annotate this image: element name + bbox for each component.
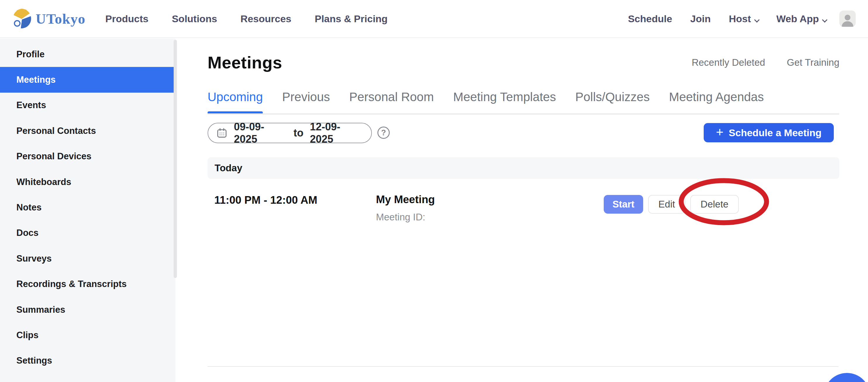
delete-button[interactable]: Delete <box>690 195 739 214</box>
nav-item-products[interactable]: Products <box>105 13 148 25</box>
meeting-id-label: Meeting ID: <box>376 212 425 223</box>
page-title: Meetings <box>208 53 282 72</box>
meeting-time: 11:00 PM - 12:00 AM <box>214 194 317 206</box>
title-row: Meetings Recently Deleted Get Training <box>208 53 839 72</box>
tab-polls-quizzes[interactable]: Polls/Quizzes <box>576 90 650 104</box>
sidebar-item-clips[interactable]: Clips <box>0 322 176 348</box>
date-range-separator: to <box>293 127 304 139</box>
nav-item-host[interactable]: Host <box>729 13 758 25</box>
plus-icon: + <box>716 126 723 138</box>
today-section-header: Today <box>208 157 839 179</box>
date-range-end: 12-09-2025 <box>310 121 363 145</box>
get-training-link[interactable]: Get Training <box>787 57 839 68</box>
person-icon <box>839 12 856 27</box>
title-links: Recently Deleted Get Training <box>692 57 839 68</box>
secondary-nav: Schedule Join Host Web App <box>628 13 826 25</box>
date-range-picker[interactable]: 09-09-2025 to 12-09-2025 <box>208 123 372 143</box>
user-avatar[interactable] <box>839 10 856 27</box>
sidebar-item-events[interactable]: Events <box>0 93 176 118</box>
nav-item-solutions[interactable]: Solutions <box>172 13 217 25</box>
sidebar-item-summaries[interactable]: Summaries <box>0 297 176 322</box>
sidebar-item-settings[interactable]: Settings <box>0 348 176 374</box>
tab-previous[interactable]: Previous <box>282 90 330 104</box>
top-header: UTokyo Products Solutions Resources Plan… <box>0 0 868 38</box>
meeting-title[interactable]: My Meeting <box>376 193 435 206</box>
recently-deleted-link[interactable]: Recently Deleted <box>692 57 765 68</box>
ginkgo-leaf-icon <box>11 8 32 30</box>
sidebar-item-notes[interactable]: Notes <box>0 195 176 220</box>
sidebar-item-personal-devices[interactable]: Personal Devices <box>0 144 176 169</box>
nav-item-schedule[interactable]: Schedule <box>628 13 672 25</box>
date-range-start: 09-09-2025 <box>234 121 287 145</box>
page: UTokyo Products Solutions Resources Plan… <box>0 0 868 382</box>
schedule-a-meeting-button[interactable]: + Schedule a Meeting <box>704 123 834 142</box>
edit-button[interactable]: Edit <box>648 195 685 214</box>
sidebar-item-recordings-transcripts[interactable]: Recordings & Transcripts <box>0 272 176 297</box>
nav-item-plans-pricing[interactable]: Plans & Pricing <box>315 13 388 25</box>
nav-item-resources[interactable]: Resources <box>241 13 291 25</box>
sidebar-scrollbar[interactable] <box>174 40 177 278</box>
primary-nav: Products Solutions Resources Plans & Pri… <box>105 13 388 25</box>
nav-item-join[interactable]: Join <box>690 13 711 25</box>
sidebar-item-personal-contacts[interactable]: Personal Contacts <box>0 118 176 144</box>
sidebar-item-profile[interactable]: Profile <box>0 41 176 67</box>
meeting-actions: Start Edit Delete <box>604 195 739 214</box>
meetings-tabs: Upcoming Previous Personal Room Meeting … <box>208 90 764 104</box>
start-button[interactable]: Start <box>604 195 643 214</box>
logo-text: UTokyo <box>36 10 85 27</box>
sidebar-item-whiteboards[interactable]: Whiteboards <box>0 169 176 195</box>
help-icon[interactable]: ? <box>377 127 390 139</box>
meeting-list-item: 11:00 PM - 12:00 AM My Meeting Meeting I… <box>208 191 839 228</box>
tab-divider <box>208 114 839 115</box>
main-content: Meetings Recently Deleted Get Training U… <box>176 39 868 382</box>
sidebar-item-docs[interactable]: Docs <box>0 220 176 246</box>
sidebar: Profile Meetings Events Personal Contact… <box>0 39 176 382</box>
sidebar-item-surveys[interactable]: Surveys <box>0 246 176 271</box>
nav-item-web-app[interactable]: Web App <box>776 13 826 25</box>
sidebar-item-meetings[interactable]: Meetings <box>0 67 176 92</box>
utokyo-logo[interactable]: UTokyo <box>11 8 85 30</box>
tab-meeting-templates[interactable]: Meeting Templates <box>453 90 556 104</box>
calendar-icon <box>216 127 227 138</box>
section-divider <box>208 366 838 367</box>
tab-personal-room[interactable]: Personal Room <box>349 90 434 104</box>
tab-upcoming[interactable]: Upcoming <box>208 90 263 104</box>
chevron-down-icon <box>754 17 759 22</box>
tab-meeting-agendas[interactable]: Meeting Agendas <box>669 90 764 104</box>
chevron-down-icon <box>822 17 827 22</box>
